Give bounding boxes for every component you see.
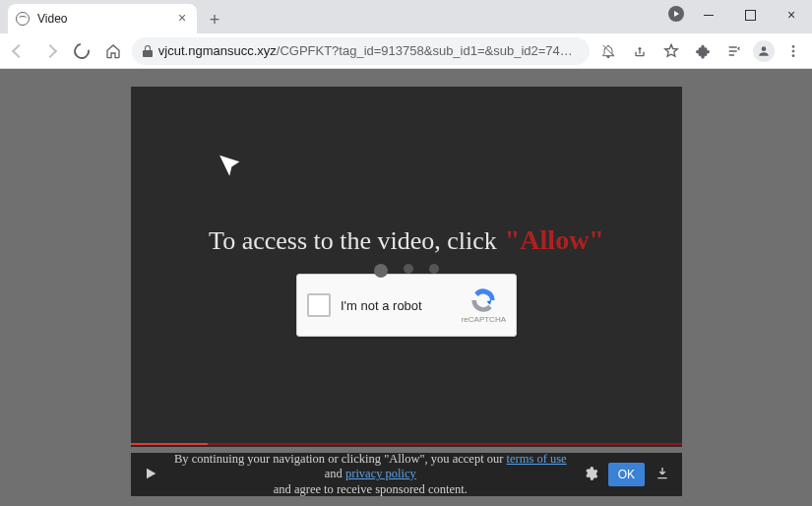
tab-title: Video (37, 12, 67, 26)
progress-bar[interactable] (131, 443, 682, 445)
url-path: /CGPFKT?tag_id=913758&sub_id1=&sub_id2=7… (277, 43, 580, 58)
play-button[interactable] (143, 466, 158, 484)
close-tab-button[interactable]: × (175, 12, 189, 26)
headline-allow: "Allow" (505, 224, 604, 256)
consent-text: By continuing your navigation or clickin… (168, 452, 573, 498)
privacy-link[interactable]: privacy policy (345, 467, 416, 480)
page-viewport: To access to the video, click "Allow" I'… (0, 69, 812, 506)
video-player-panel: To access to the video, click "Allow" I'… (131, 87, 682, 447)
recaptcha-brand-text: reCAPTCHA (462, 315, 506, 324)
headline: To access to the video, click "Allow" (209, 224, 604, 256)
url-text: vjcut.ngmansucc.xyz/CGPFKT?tag_id=913758… (158, 43, 580, 58)
browser-toolbar: vjcut.ngmansucc.xyz/CGPFKT?tag_id=913758… (0, 33, 812, 69)
menu-button[interactable] (781, 38, 806, 64)
maximize-button[interactable] (729, 0, 771, 30)
profile-avatar[interactable] (753, 40, 775, 62)
ok-button[interactable]: OK (608, 463, 645, 486)
browser-tab[interactable]: Video × (8, 4, 197, 33)
consent-line2: and agree to receive sponsored content. (274, 482, 468, 496)
window-controls: × (688, 0, 812, 30)
svg-point-1 (792, 49, 794, 51)
window-titlebar: Video × + × (0, 0, 812, 33)
download-icon[interactable] (655, 466, 670, 484)
recaptcha-box[interactable]: I'm not a robot reCAPTCHA (296, 274, 517, 337)
bookmark-icon[interactable] (658, 38, 684, 64)
terms-link[interactable]: terms of use (507, 452, 567, 466)
video-controls-bar: By continuing your navigation or clickin… (131, 453, 682, 496)
reading-list-icon[interactable] (721, 38, 747, 64)
svg-point-2 (792, 54, 794, 56)
reload-button[interactable] (69, 38, 94, 64)
consent-line1a: By continuing your navigation or clickin… (174, 452, 507, 466)
forward-button[interactable] (37, 38, 63, 64)
media-playing-icon[interactable] (668, 6, 684, 22)
url-domain: vjcut.ngmansucc.xyz (158, 43, 277, 58)
window-close-button[interactable]: × (771, 0, 812, 30)
notifications-muted-icon[interactable] (595, 38, 621, 64)
minimize-button[interactable] (688, 0, 729, 30)
address-bar[interactable]: vjcut.ngmansucc.xyz/CGPFKT?tag_id=913758… (132, 37, 590, 65)
back-button[interactable] (6, 38, 31, 64)
home-button[interactable] (100, 38, 126, 64)
globe-icon (16, 12, 30, 26)
settings-icon[interactable] (583, 466, 598, 484)
cursor-icon (216, 149, 251, 190)
recaptcha-brand: reCAPTCHA (462, 286, 506, 324)
share-icon[interactable] (627, 38, 653, 64)
lock-icon (142, 45, 151, 57)
recaptcha-label: I'm not a robot (341, 298, 422, 313)
consent-and: and (325, 467, 345, 480)
recaptcha-checkbox[interactable] (307, 293, 331, 317)
new-tab-button[interactable]: + (201, 6, 228, 33)
extensions-icon[interactable] (690, 38, 716, 64)
headline-text: To access to the video, click (209, 226, 497, 256)
loading-dots-icon (374, 264, 439, 278)
svg-point-0 (792, 45, 794, 47)
